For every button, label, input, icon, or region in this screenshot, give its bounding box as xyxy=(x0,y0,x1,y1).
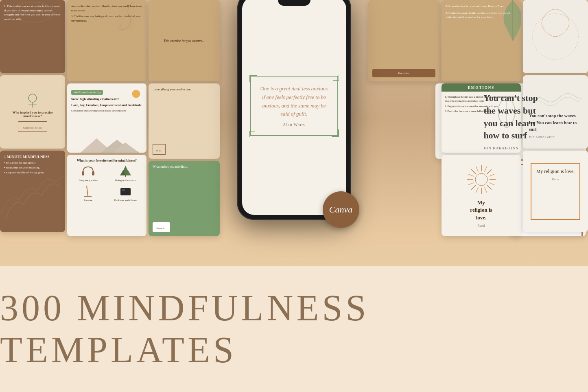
tool2-label: Going out in nature xyxy=(109,179,143,182)
svg-rect-18 xyxy=(122,189,125,191)
template-card-2: Who inspired you to practice mindfulness… xyxy=(0,75,65,149)
card8-read: read. xyxy=(156,149,162,152)
wave-quote-text: You can't stopthe waves butyou can learn… xyxy=(483,92,538,142)
tool4-label: Darkness and silence xyxy=(109,199,143,201)
tool-nature: Going out in nature xyxy=(109,165,143,182)
svg-point-42 xyxy=(475,173,487,186)
religion-quote: Myreligion islove. xyxy=(470,199,492,221)
phone-content: One is a great deal less anxious if one … xyxy=(250,76,338,136)
svg-rect-10 xyxy=(92,171,94,175)
phone-mockup: One is a great deal less anxious if one … xyxy=(237,0,351,220)
card3-title: 1 MINUTE MINDFULNESS xyxy=(4,155,61,159)
health-step1: 2. A popular time is to eat only from 11… xyxy=(446,4,517,9)
card8-text: ...everything you need to read. xyxy=(153,88,216,91)
tool-darkness: Darkness and silence xyxy=(109,185,143,201)
card15-author: Rumi xyxy=(536,177,575,181)
svg-line-38 xyxy=(476,187,478,193)
card7-text: This exercise for you observe... xyxy=(164,39,205,43)
template-card-4: store in the t-shirt section. Identify w… xyxy=(67,0,146,81)
template-card-1: 1. This is what you are attracting in th… xyxy=(0,0,65,73)
template-card-health: 2. A popular time is to eat only from 11… xyxy=(442,0,521,81)
card2-question: Who inspired you to practice mindfulness… xyxy=(5,111,60,118)
card15-quote: My religion is love. xyxy=(536,168,575,175)
card1-text: 1. This is what you are attracting in th… xyxy=(4,4,61,21)
template-card-8: ...everything you need to read. read. xyxy=(149,83,220,159)
template-card-3: 1 MINUTE MINDFULNESS • Set a timer for o… xyxy=(0,151,65,232)
card5-content: Love, Joy, Freedom, Empowerment and Grat… xyxy=(71,103,142,108)
canva-text: Canva xyxy=(329,204,352,215)
card4-step3: 3. You'll release any feelings of panic … xyxy=(71,14,142,23)
svg-line-36 xyxy=(489,183,494,185)
tool1-label: Frequency audios xyxy=(71,179,105,182)
tool-incense: Incense xyxy=(71,185,105,201)
card8b-text: What makes you mindful... xyxy=(153,165,216,169)
template-card-8b: What makes you mindful... Share it... xyxy=(149,161,220,236)
phone-quote-author: Alan Watts xyxy=(259,123,329,127)
svg-line-41 xyxy=(476,166,478,172)
svg-line-39 xyxy=(468,183,474,185)
template-card-6: What is your favorite tool for mindfulne… xyxy=(67,155,146,236)
svg-line-40 xyxy=(468,174,474,177)
card5-badge: Mindfulness Tip of the Day xyxy=(71,90,103,95)
svg-point-2 xyxy=(28,94,37,102)
template-card-5: Mindfulness Tip of the Day Some high vib… xyxy=(67,83,146,153)
card3-step1: • Set a timer for one minute. xyxy=(4,161,61,164)
svg-line-31 xyxy=(471,185,476,190)
card3-step2: • Focus only on your breathing. xyxy=(4,166,61,169)
template-card-15: My religion is love. Rumi xyxy=(523,151,588,232)
svg-line-35 xyxy=(489,174,494,177)
religion-author: Rumi xyxy=(478,224,485,228)
card9-reminder: Reminder, xyxy=(375,72,433,75)
template-card-13 xyxy=(523,0,588,73)
svg-point-5 xyxy=(132,90,140,98)
tool-headphones: Frequency audios xyxy=(71,165,105,182)
bottom-area: 300 MINDFULNESS TEMPLATES xyxy=(0,266,588,392)
tool3-label: Incense xyxy=(71,199,105,201)
svg-line-34 xyxy=(484,166,487,172)
svg-line-15 xyxy=(87,186,88,196)
card8b-cta: Share it... xyxy=(156,227,167,230)
main-title: 300 MINDFULNESS TEMPLATES xyxy=(0,287,588,371)
svg-line-33 xyxy=(471,170,476,174)
card5-sub: Consciously choose thoughts that induce … xyxy=(71,109,142,112)
svg-line-27 xyxy=(487,170,492,174)
svg-line-29 xyxy=(487,185,492,190)
svg-line-37 xyxy=(484,187,487,193)
svg-rect-9 xyxy=(82,171,84,175)
card4-text: store in the t-shirt section. Identify w… xyxy=(71,4,142,13)
svg-rect-14 xyxy=(125,174,126,177)
wave-quote-author: JON KABAT-ZINN xyxy=(483,146,538,150)
emotions-header: EMOTIONS xyxy=(442,83,521,92)
svg-rect-17 xyxy=(120,188,131,195)
template-card-9: Reminder, xyxy=(368,0,439,81)
health-step2: 3. Fasting has many health benefits and … xyxy=(446,11,517,20)
template-card-sunburst: Myreligion islove. Rumi xyxy=(442,155,521,236)
phone-quote-text: One is a great deal less anxious if one … xyxy=(259,85,329,118)
phone-screen: One is a great deal less anxious if one … xyxy=(242,0,346,215)
canva-badge: Canva xyxy=(323,191,359,228)
phone-outer: One is a great deal less anxious if one … xyxy=(237,0,351,220)
template-card-7: This exercise for you observe... xyxy=(149,0,220,81)
card3-step3: • Reap the benefits of feeling great xyxy=(4,171,61,174)
card2-cta: Comment below xyxy=(23,126,42,129)
phone-notch xyxy=(278,0,310,6)
card6-question: What is your favorite tool for mindfulne… xyxy=(71,159,142,162)
